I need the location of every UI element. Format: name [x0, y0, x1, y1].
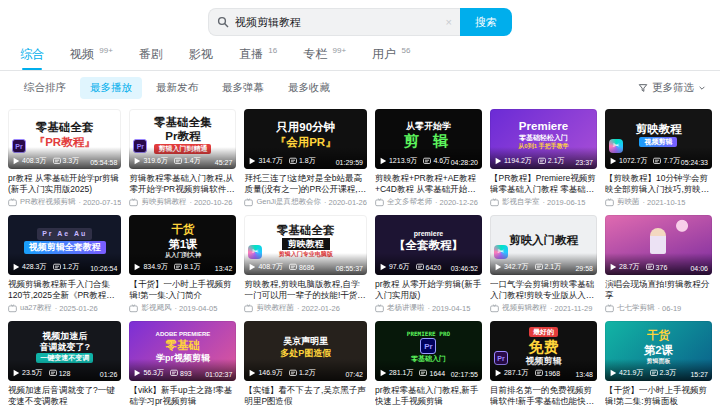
sort-option[interactable]: 最多收藏: [278, 77, 340, 99]
video-meta[interactable]: 剪映剪辑教程 2020-10-26: [129, 197, 236, 207]
uploader-name[interactable]: GenJi是真想教会你: [256, 197, 321, 207]
thumbnail-text: [650, 228, 666, 254]
video-title[interactable]: 剪辑教程零基础入门教程,从零开始学PR视频剪辑软件,全套新手入门剪辑: [129, 173, 236, 194]
video-title[interactable]: 【实锤】看不下去了,吴京黑子声明里P图造假: [244, 385, 367, 406]
video-title[interactable]: pr教程零基础入门教程,新手快速上手视频剪辑: [375, 385, 482, 406]
video-card[interactable]: 干货第1课从入门到大神 834.9万 8.1万 13:42 【干货】一小时上手视…: [129, 215, 236, 313]
video-card[interactable]: 零基础全集Pr教程剪辑入门到精通 Pr 319.6万 1.4万 45:27 剪辑…: [129, 109, 236, 207]
video-title[interactable]: 【干货】一小时上手视频剪辑!第一集:入门简介: [129, 279, 236, 300]
uploader-name[interactable]: 视频剪辑教程: [502, 303, 547, 313]
clear-search-icon[interactable]: ×: [446, 16, 452, 28]
video-card[interactable]: 零基础全套剪映教程剪辑入门专业电脑版 408.7万 8686 08:55:37 …: [244, 215, 367, 313]
video-thumbnail[interactable]: 只用90分钟『会用PR』 314.7万 1.8万 01:29:59: [244, 109, 367, 169]
video-card[interactable]: PREMIERE PROPr零基础入门 281.1万 1644 02:17:55…: [375, 321, 482, 406]
video-thumbnail[interactable]: 剪映教程视频剪辑 1072.7万 7.7万 05:24:33: [605, 109, 712, 169]
tab[interactable]: 视频 99+: [70, 46, 113, 70]
video-thumbnail[interactable]: 零基础全集Pr教程剪辑入门到精通 Pr 319.6万 1.4万 45:27: [129, 109, 236, 169]
uploader-name[interactable]: 剪映剪辑教程: [141, 197, 186, 207]
tab[interactable]: 番剧: [139, 46, 163, 70]
search-box[interactable]: 视频剪辑教程 ×: [208, 8, 460, 36]
video-meta[interactable]: 七七学剪辑 06-19: [605, 303, 712, 313]
video-title[interactable]: 视频剪辑教程新手入门合集120节,2025全新《PR教程+AE教程+剪映教程》: [8, 279, 121, 300]
video-thumbnail[interactable]: 吴京声明里多处P图造假 146.9万 1.2万 07:42: [244, 321, 367, 381]
video-title[interactable]: 视频加速后音调就变了?一键变速不变调教程: [8, 385, 121, 406]
video-title[interactable]: 剪映教程+PR教程+AE教程+C4D教程 从零基础开始学剪辑视频剪辑: [375, 173, 482, 194]
sort-option[interactable]: 最新发布: [146, 77, 208, 99]
video-thumbnail[interactable]: Pr Ae Au视频剪辑全套教程 428.3万 1.2万 10:26:54: [8, 215, 121, 275]
danmaku-count: 1.2万: [299, 368, 316, 378]
video-thumbnail[interactable]: 零基础全套剪映教程剪辑入门专业电脑版 408.7万 8686 08:55:37: [244, 215, 367, 275]
video-card[interactable]: premiere【全套教程】 97.6万 6420 03:46:52 pr教程 …: [375, 215, 482, 313]
more-filters-button[interactable]: 更多筛选: [638, 81, 706, 95]
sort-option[interactable]: 最多播放: [80, 77, 142, 99]
video-title[interactable]: 【干货】一小时上手视频剪辑!第二集:剪辑面板: [605, 385, 712, 406]
sort-option[interactable]: 最多弹幕: [212, 77, 274, 99]
video-title[interactable]: 【剪映教程】10分钟学会剪映全部剪辑入门技巧,剪映专业版从入门到精通: [605, 173, 712, 194]
video-title[interactable]: 【vikk】新手up主之路!零基础学习pr视频剪辑: [129, 385, 236, 406]
video-thumbnail[interactable]: 零基础全套『PR教程』 Pr 408.3万 3.3万 05:54:58: [8, 109, 121, 169]
uploader-name[interactable]: 老杨讲课啦: [387, 303, 425, 313]
thumbnail-text: Pr: [420, 338, 436, 354]
video-title[interactable]: 目前排名第一的免费视频剪辑软件!新手零基础也能快速学习!: [490, 385, 597, 406]
video-meta[interactable]: 视频剪辑教程 2021-11-29: [490, 303, 597, 313]
tab[interactable]: 影视: [189, 46, 213, 70]
uploader-name[interactable]: ua27教程: [20, 303, 52, 313]
uploader-name[interactable]: 剪映菌: [617, 197, 640, 207]
video-thumbnail[interactable]: PREMIERE PROPr零基础入门 281.1万 1644 02:17:55: [375, 321, 482, 381]
video-thumbnail[interactable]: 视频加速后音调就变了?一键变速不变调 23.5万 128 01:26: [8, 321, 121, 381]
video-card[interactable]: 最好的免费视频剪辑 Pr 287.1万 1968 13:48 目前排名第一的免费…: [490, 321, 597, 406]
video-meta[interactable]: 影视飓风 2019-04-05: [129, 303, 236, 313]
video-title[interactable]: 一口气学会剪辑!剪映零基础入门教程!剪映专业版从入门到精通!: [490, 279, 597, 300]
video-card[interactable]: ADOBE PREMIERE零基础学pr视频剪辑 56.3万 893 01:02…: [129, 321, 236, 406]
video-card[interactable]: 视频加速后音调就变了?一键变速不变调 23.5万 128 01:26 视频加速后…: [8, 321, 121, 406]
uploader-name[interactable]: 影视飓风: [141, 303, 171, 313]
video-title[interactable]: pr教程 从零基础开始学pr剪辑(新手入门实用版2025): [8, 173, 121, 194]
video-card[interactable]: 从零开始学剪 辑 1213.9万 4.6万 04:28:20 剪映教程+PR教程…: [375, 109, 482, 207]
video-title[interactable]: 【PR教程】Premiere视频剪辑零基础入门教程 零基础学视频剪辑必备: [490, 173, 597, 194]
video-card[interactable]: 只用90分钟『会用PR』 314.7万 1.8万 01:29:59 拜托三连了!…: [244, 109, 367, 207]
video-card[interactable]: Pr Ae Au视频剪辑全套教程 428.3万 1.2万 10:26:54 视频…: [8, 215, 121, 313]
tab[interactable]: 专栏 99+: [303, 46, 346, 70]
uploader-name[interactable]: PR教程视频剪辑: [20, 197, 75, 207]
video-meta[interactable]: 剪映教程菌 2022-01-26: [244, 303, 367, 313]
video-meta[interactable]: 全文多帮老师 2020-12-26: [375, 197, 482, 207]
video-meta[interactable]: 老杨讲课啦 2019-04-15: [375, 303, 482, 313]
tab[interactable]: 用户 56: [372, 46, 410, 70]
video-meta[interactable]: ua27教程 2025-01-26: [8, 303, 121, 313]
view-count: 408.7万: [258, 262, 283, 272]
video-card[interactable]: 干货第2课剪辑面板 421.9万 2.3万 15:27 【干货】一小时上手视频剪…: [605, 321, 712, 406]
video-title[interactable]: 剪映教程,剪映电脑版教程,自学一门可以用一辈子的技能!干货分享: [244, 279, 367, 300]
video-thumbnail[interactable]: 最好的免费视频剪辑 Pr 287.1万 1968 13:48: [490, 321, 597, 381]
sort-option[interactable]: 综合排序: [14, 77, 76, 99]
thumbnail-text: 干货: [647, 329, 670, 342]
video-meta[interactable]: 剪映菌 2021-10-15: [605, 197, 712, 207]
uploader-name[interactable]: 影视自学室: [502, 197, 540, 207]
video-card[interactable]: 剪映教程视频剪辑 1072.7万 7.7万 05:24:33 【剪映教程】10分…: [605, 109, 712, 207]
uploader-name[interactable]: 全文多帮老师: [387, 197, 432, 207]
video-title[interactable]: 演唱会现场直拍!剪辑教程分享: [605, 279, 712, 300]
video-card[interactable]: 28.7万 376 04:06 演唱会现场直拍!剪辑教程分享 七七学剪辑 06-…: [605, 215, 712, 313]
uploader-name[interactable]: 七七学剪辑: [617, 303, 655, 313]
search-input[interactable]: 视频剪辑教程: [235, 15, 440, 30]
uploader-name[interactable]: 剪映教程菌: [256, 303, 294, 313]
video-card[interactable]: 吴京声明里多处P图造假 146.9万 1.2万 07:42 【实锤】看不下去了,…: [244, 321, 367, 406]
video-title[interactable]: 拜托三连了!这绝对是全b站最高质量(没有之一)的PR公开课程,剪辑: [244, 173, 367, 194]
video-meta[interactable]: PR教程视频剪辑 2020-07-15: [8, 197, 121, 207]
video-thumbnail[interactable]: premiere【全套教程】 97.6万 6420 03:46:52: [375, 215, 482, 275]
search-button[interactable]: 搜索: [460, 8, 512, 36]
video-card[interactable]: 零基础全套『PR教程』 Pr 408.3万 3.3万 05:54:58 pr教程…: [8, 109, 121, 207]
tab[interactable]: 直播 16: [239, 46, 277, 70]
video-thumbnail[interactable]: 干货第1课从入门到大神 834.9万 8.1万 13:42: [129, 215, 236, 275]
video-thumbnail[interactable]: 28.7万 376 04:06: [605, 215, 712, 275]
video-title[interactable]: pr教程 从零开始学剪辑(新手入门实用版): [375, 279, 482, 300]
video-thumbnail[interactable]: Premiere零基础轻松入门从0到1 手把手教学 1194.2万 2.1万 2…: [490, 109, 597, 169]
video-card[interactable]: Premiere零基础轻松入门从0到1 手把手教学 1194.2万 2.1万 2…: [490, 109, 597, 207]
video-card[interactable]: 剪映入门教程 342.7万 2.1万 29:58 一口气学会剪辑!剪映零基础入门…: [490, 215, 597, 313]
video-thumbnail[interactable]: 从零开始学剪 辑 1213.9万 4.6万 04:28:20: [375, 109, 482, 169]
tab[interactable]: 综合: [20, 46, 44, 70]
video-meta[interactable]: GenJi是真想教会你 2020-01-26: [244, 197, 367, 207]
video-thumbnail[interactable]: ADOBE PREMIERE零基础学pr视频剪辑 56.3万 893 01:02…: [129, 321, 236, 381]
video-meta[interactable]: 影视自学室 2019-06-15: [490, 197, 597, 207]
video-thumbnail[interactable]: 剪映入门教程 342.7万 2.1万 29:58: [490, 215, 597, 275]
video-thumbnail[interactable]: 干货第2课剪辑面板 421.9万 2.3万 15:27: [605, 321, 712, 381]
